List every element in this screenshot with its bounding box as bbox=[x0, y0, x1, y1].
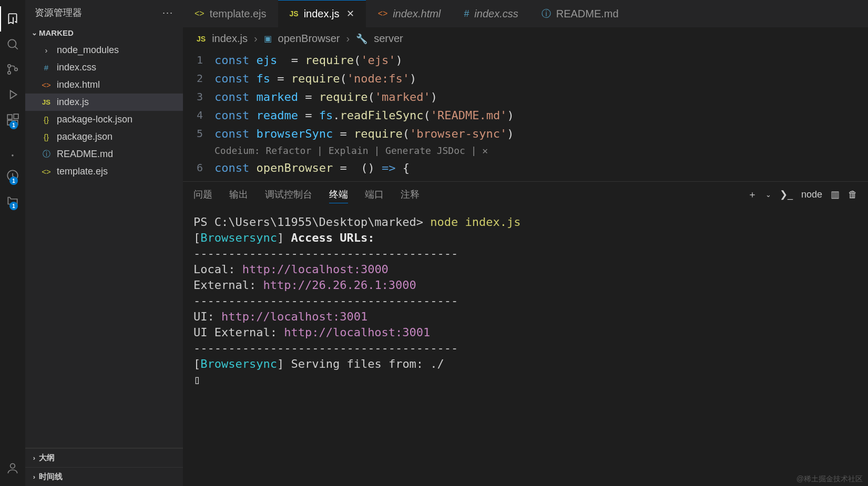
tree-file[interactable]: <> template.ejs bbox=[25, 163, 183, 180]
panel: 问题 输出 调试控制台 终端 端口 注释 ＋ ⌄ ❯_ node ▥ 🗑 PS … bbox=[183, 181, 868, 486]
main: <> template.ejs JS index.js ✕ <> index.h… bbox=[183, 0, 868, 486]
angle-icon: <> bbox=[41, 80, 52, 89]
panel-tabs: 问题 输出 调试控制台 终端 端口 注释 ＋ ⌄ ❯_ node ▥ 🗑 bbox=[183, 182, 868, 207]
chevron-right-icon: › bbox=[41, 46, 52, 55]
tree-file[interactable]: ⓘ README.md bbox=[25, 146, 183, 163]
panel-tab-terminal[interactable]: 终端 bbox=[329, 186, 348, 203]
sidebar-more-icon[interactable]: ··· bbox=[162, 7, 173, 18]
breadcrumb[interactable]: JS index.js › ▣ openBrowser › 🔧 server bbox=[183, 27, 868, 50]
terminal[interactable]: PS C:\Users\11955\Desktop\marked> node i… bbox=[183, 207, 868, 486]
tab-active[interactable]: JS index.js ✕ bbox=[278, 0, 366, 27]
trash-icon[interactable]: 🗑 bbox=[848, 189, 857, 200]
angle-icon: <> bbox=[41, 167, 52, 176]
chevron-down-icon: ⌄ bbox=[29, 29, 39, 37]
angle-icon: <> bbox=[195, 9, 205, 18]
chevron-right-icon: › bbox=[346, 33, 350, 45]
plus-icon[interactable]: ＋ bbox=[748, 188, 757, 201]
ext-badge: 1 bbox=[9, 121, 18, 129]
watermark: @稀土掘金技术社区 bbox=[796, 474, 863, 484]
tree-file-selected[interactable]: JS index.js bbox=[25, 94, 183, 111]
tree-file[interactable]: # index.css bbox=[25, 59, 183, 76]
svg-rect-4 bbox=[7, 115, 12, 119]
panel-tab-output[interactable]: 输出 bbox=[229, 186, 248, 203]
hash-icon: # bbox=[464, 8, 469, 19]
wrench-icon: 🔧 bbox=[356, 33, 367, 45]
js-icon: JS bbox=[41, 98, 52, 106]
js-icon: JS bbox=[290, 9, 299, 18]
tree-folder[interactable]: › node_modules bbox=[25, 42, 183, 59]
angle-icon: <> bbox=[377, 9, 387, 18]
timeline-section[interactable]: › 时间线 bbox=[25, 467, 183, 486]
chevron-down-icon[interactable]: ⌄ bbox=[765, 191, 771, 199]
activity-item[interactable]: 1 bbox=[0, 163, 25, 188]
badge: 1 bbox=[9, 202, 18, 210]
tab[interactable]: ⓘ README.md bbox=[530, 0, 630, 27]
outline-section[interactable]: › 大纲 bbox=[25, 448, 183, 467]
activity-debug[interactable] bbox=[0, 82, 25, 107]
svg-point-9 bbox=[11, 463, 15, 468]
info-icon: ⓘ bbox=[41, 149, 52, 159]
hash-icon: # bbox=[41, 63, 52, 72]
sidebar-title: 资源管理器 bbox=[35, 6, 82, 19]
activity-extensions[interactable]: 1 bbox=[0, 107, 25, 132]
svg-point-1 bbox=[8, 65, 11, 67]
sidebar-header: 资源管理器 ··· bbox=[25, 0, 183, 25]
sidebar: 资源管理器 ··· ⌄ MARKED › node_modules # inde… bbox=[25, 0, 183, 486]
js-icon: JS bbox=[197, 35, 206, 43]
split-icon[interactable]: ▥ bbox=[831, 189, 840, 200]
activity-bar: 1 ● 1 1 bbox=[0, 0, 25, 486]
panel-tab-ports[interactable]: 端口 bbox=[365, 186, 384, 203]
svg-point-2 bbox=[8, 71, 11, 74]
chevron-right-icon: › bbox=[29, 454, 39, 462]
tree-file[interactable]: <> index.html bbox=[25, 76, 183, 94]
panel-tab-problems[interactable]: 问题 bbox=[193, 186, 212, 203]
svg-rect-7 bbox=[14, 114, 18, 119]
tree-file[interactable]: {} package.json bbox=[25, 128, 183, 146]
project-name: MARKED bbox=[39, 28, 74, 37]
braces-icon: {} bbox=[41, 132, 52, 141]
panel-tab-debug[interactable]: 调试控制台 bbox=[265, 186, 312, 203]
braces-icon: {} bbox=[41, 115, 52, 124]
editor-tabs: <> template.ejs JS index.js ✕ <> index.h… bbox=[183, 0, 868, 27]
tree-file[interactable]: {} package-lock.json bbox=[25, 111, 183, 128]
activity-search[interactable] bbox=[0, 32, 25, 57]
svg-point-0 bbox=[8, 39, 16, 47]
svg-point-3 bbox=[15, 68, 17, 70]
project-header[interactable]: ⌄ MARKED bbox=[25, 25, 183, 40]
module-icon: ▣ bbox=[264, 34, 272, 44]
tab[interactable]: # index.css bbox=[452, 0, 529, 27]
file-tree: › node_modules # index.css <> index.html… bbox=[25, 40, 183, 181]
terminal-icon[interactable]: ❯_ bbox=[780, 189, 793, 200]
chevron-right-icon: › bbox=[29, 473, 39, 481]
panel-tab-comments[interactable]: 注释 bbox=[401, 186, 420, 203]
info-icon: ⓘ bbox=[542, 7, 551, 20]
activity-account[interactable] bbox=[0, 456, 25, 481]
code-editor[interactable]: 1const ejs = require('ejs') 2const fs = … bbox=[183, 50, 868, 181]
shell-label: node bbox=[801, 189, 822, 200]
chevron-right-icon: › bbox=[254, 33, 258, 45]
close-icon[interactable]: ✕ bbox=[346, 8, 354, 19]
badge: 1 bbox=[9, 177, 18, 185]
activity-item[interactable]: 1 bbox=[0, 188, 25, 213]
activity-explorer[interactable] bbox=[0, 6, 25, 32]
tab[interactable]: <> index.html bbox=[366, 0, 452, 27]
activity-scm[interactable] bbox=[0, 57, 25, 82]
codelens[interactable]: Codeium: Refactor | Explain | Generate J… bbox=[183, 143, 868, 159]
tab[interactable]: <> template.ejs bbox=[183, 0, 278, 27]
activity-item[interactable]: ● bbox=[0, 147, 25, 163]
